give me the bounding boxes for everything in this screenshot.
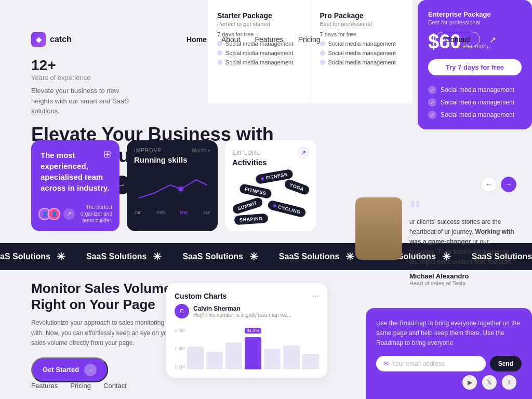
brand-name: catch xyxy=(50,35,72,44)
pro-feature-2: Social media management xyxy=(320,50,404,56)
chart-user-avatar: C xyxy=(175,304,189,318)
email-description: Use the Roadmap to bring everyone togeth… xyxy=(376,318,522,349)
contact-arrow-button[interactable]: ↗ xyxy=(484,31,501,48)
activity-tags: FITNESS FITNESS SUMMIT YOGA CYCLING SHAP… xyxy=(232,172,309,224)
enterprise-feature-1: ✓ Social media management xyxy=(428,86,522,94)
bar-6 xyxy=(283,345,300,369)
get-started-arrow-icon: → xyxy=(84,364,97,376)
email-input-field[interactable]: ✉ Your email address xyxy=(376,356,486,371)
team-card-subtitle: The perfect organizer and team builder. xyxy=(75,204,112,224)
marquee-item-3: SaaS Solutions ✳ xyxy=(182,250,258,263)
navbar: ◆ catch Home About Features Pricing Cont… xyxy=(31,31,501,48)
chart-user-row: C Calvin Sherman Hey! This number is sli… xyxy=(175,304,319,318)
footer-features-link[interactable]: Features xyxy=(31,382,58,390)
pro-feature-3: Social media management xyxy=(320,59,404,65)
team-avatar-2: 👤 xyxy=(48,208,60,220)
marquee-item-2: SaaS Solutions ✳ xyxy=(86,250,162,263)
team-card-arrow[interactable]: ↗ xyxy=(63,208,75,220)
bar-1 xyxy=(187,347,204,369)
marquee-item-4: SaaS Solutions ✳ xyxy=(279,250,354,263)
testimonial-content: " ur clients' success stories are the he… xyxy=(355,197,516,286)
pro-pricing-tab[interactable]: Pro Package Best for professional 7 days… xyxy=(311,0,413,103)
testimonial-next-button[interactable]: → xyxy=(501,177,516,192)
starter-name: Starter Package xyxy=(217,11,301,20)
running-chart-svg xyxy=(134,169,210,206)
footer-socials: ▶ 𝕏 f xyxy=(462,375,516,390)
monitor-description: Revolutionize your approach to sales mon… xyxy=(31,318,177,348)
activities-card: EXPLORE Activities ↗ FITNESS FITNESS SUM… xyxy=(225,140,316,231)
bar-highlighted: $1.9M xyxy=(245,337,261,369)
monitor-title: Monitor Sales Volume Right on Your Page xyxy=(31,281,177,313)
team-avatars: 👤 👤 xyxy=(38,208,60,220)
email-icon: ✉ xyxy=(383,360,389,367)
check-icon-2: ✓ xyxy=(428,98,436,107)
bar-highlighted-label: $1.9M xyxy=(245,328,261,334)
footer-contact-link[interactable]: Contact xyxy=(103,382,127,390)
running-skills-card: IMPROVE Month ▾ Running skills Jan Feb M… xyxy=(127,140,218,231)
email-placeholder: Your email address xyxy=(392,360,445,367)
activities-arrow[interactable]: ↗ xyxy=(297,147,310,159)
team-card-bottom: 👤 👤 ↗ The perfect organizer and team bui… xyxy=(38,204,112,224)
chart-card-title: Custom Charts xyxy=(175,292,227,300)
bar-chart-area: $1.9M xyxy=(187,328,319,369)
logo-icon: ◆ xyxy=(31,32,46,47)
check-icon-3: ✓ xyxy=(428,111,436,119)
testimonial-role: Head of sales at Tesla xyxy=(409,280,516,286)
nav-about[interactable]: About xyxy=(221,35,241,44)
enterprise-name: Enterprise Package xyxy=(428,10,491,18)
chart-user-name: Calvin Sherman xyxy=(193,305,291,312)
team-card-title: The most experienced, apecialised team a… xyxy=(41,150,110,193)
team-card: ⊞ The most experienced, apecialised team… xyxy=(31,140,119,231)
pro-sub: Best for professional xyxy=(320,21,404,27)
y-axis-labels: 2.6M 1.8M 1.2M xyxy=(175,328,185,369)
social-facebook-icon[interactable]: f xyxy=(502,375,516,390)
hero-description: Elevate your business to new heights wit… xyxy=(31,86,135,116)
testimonial-photo xyxy=(355,197,402,260)
chart-x-jan: Jan xyxy=(134,210,142,215)
enterprise-feature-2: ✓ Social media management xyxy=(428,98,522,107)
logo[interactable]: ◆ catch xyxy=(31,32,72,47)
testimonial-prev-button[interactable]: ← xyxy=(481,177,497,192)
nav-home[interactable]: Home xyxy=(187,35,207,44)
chart-card-menu[interactable]: ··· xyxy=(312,291,319,301)
testimonial-section: ← → " ur clients' success stories are th… xyxy=(355,177,516,286)
month-selector[interactable]: Month ▾ xyxy=(192,148,210,153)
custom-charts-card: Custom Charts ··· C Calvin Sherman Hey! … xyxy=(166,283,327,378)
testimonial-nav: ← → xyxy=(355,177,516,192)
enterprise-feature-3: ✓ Social media management xyxy=(428,111,522,119)
contact-button[interactable]: Contact xyxy=(435,32,480,47)
activities-title: Activities xyxy=(232,158,309,167)
tag-fitness-2: FITNESS xyxy=(239,183,272,199)
chart-x-feb: Feb xyxy=(156,210,165,215)
tag-cycling: CYCLING xyxy=(267,200,307,218)
chart-x-mar: Mar xyxy=(180,210,188,215)
feature-cards-row: ⊞ The most experienced, apecialised team… xyxy=(31,140,316,231)
pricing-tabs-section: Starter Package Perfect to get started 7… xyxy=(208,0,413,104)
social-youtube-icon[interactable]: ▶ xyxy=(462,375,477,390)
bar-7 xyxy=(302,354,319,369)
improve-label: IMPROVE xyxy=(134,148,162,153)
bar-5 xyxy=(264,349,281,369)
marquee-item-1: aS Solutions ✳ xyxy=(0,250,65,263)
starter-feature-3: Social media management xyxy=(217,59,301,65)
footer-pricing-link[interactable]: Pricing xyxy=(70,382,91,390)
testimonial-name: Michael Alexandro xyxy=(409,272,516,280)
send-button[interactable]: Send xyxy=(490,356,522,371)
social-twitter-icon[interactable]: 𝕏 xyxy=(482,375,497,390)
get-started-button[interactable]: Get Started → xyxy=(31,357,108,382)
bar-2 xyxy=(206,352,223,369)
monitor-section: Monitor Sales Volume Right on Your Page … xyxy=(31,281,177,382)
svg-point-1 xyxy=(177,185,184,193)
enterprise-pricing-card: Enterprise Package Best for professional… xyxy=(418,0,532,129)
starter-sub: Perfect to get started xyxy=(217,21,301,27)
nav-features[interactable]: Features xyxy=(255,35,284,44)
bar-chart-wrapper: 2.6M 1.8M 1.2M $1.9M xyxy=(175,324,319,369)
nav-contact-area: Contact ↗ xyxy=(435,31,501,48)
starter-pricing-tab[interactable]: Starter Package Perfect to get started 7… xyxy=(208,0,311,103)
nav-pricing[interactable]: Pricing xyxy=(298,35,321,44)
enterprise-try-button[interactable]: Try 7 days for free xyxy=(428,59,522,75)
chart-user-message: Hey! This number is slightly less than w… xyxy=(193,312,291,318)
email-input-row: ✉ Your email address Send xyxy=(376,356,522,371)
nav-links: Home About Features Pricing xyxy=(187,35,321,44)
tag-summit: SUMMIT xyxy=(232,196,263,215)
